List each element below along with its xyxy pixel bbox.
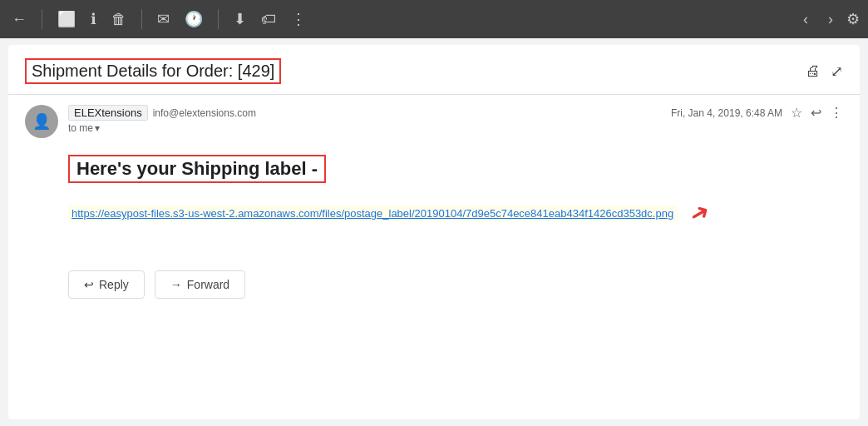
more-sender-icon[interactable]: ⋮ — [830, 105, 843, 121]
delete-icon[interactable]: 🗑 — [108, 7, 130, 32]
star-icon[interactable]: ☆ — [791, 105, 802, 121]
report-icon[interactable]: ℹ — [87, 7, 100, 32]
avatar-icon: 👤 — [32, 112, 51, 131]
chevron-down-icon[interactable]: ▾ — [95, 122, 100, 134]
subject-text: Shipment Details for Order: [429] — [25, 58, 281, 84]
reply-label: Reply — [99, 278, 129, 291]
sender-name-row: ELEXtensions info@elextensions.com — [68, 105, 661, 121]
toolbar-divider-3 — [218, 9, 219, 29]
toolbar-right: ‹ › ⚙ — [796, 7, 860, 32]
shipping-label-link[interactable]: https://easypost-files.s3-us-west-2.amaz… — [68, 206, 677, 221]
back-icon[interactable]: ← — [8, 7, 30, 32]
email-icon[interactable]: ✉ — [154, 7, 173, 32]
toolbar-left: ← ⬜ ℹ 🗑 ✉ 🕐 ⬇ 🏷 ⋮ — [8, 7, 309, 32]
external-link-icon[interactable]: ⤢ — [831, 62, 843, 81]
action-buttons: ↩ Reply → Forward — [8, 264, 860, 305]
email-body: Here's your Shipping label - https://eas… — [8, 148, 860, 264]
more-toolbar-icon[interactable]: ⋮ — [288, 7, 309, 32]
toolbar-divider-2 — [141, 9, 142, 29]
sender-meta-right: Fri, Jan 4, 2019, 6:48 AM ☆ ↩ ⋮ — [671, 105, 843, 121]
sender-row: 👤 ELEXtensions info@elextensions.com to … — [8, 95, 860, 148]
forward-icon: → — [170, 278, 182, 291]
archive-icon[interactable]: ⬜ — [54, 7, 79, 32]
subject-row: Shipment Details for Order: [429] 🖨 ⤢ — [8, 45, 860, 95]
toolbar: ← ⬜ ℹ 🗑 ✉ 🕐 ⬇ 🏷 ⋮ ‹ › ⚙ — [0, 0, 868, 38]
nav-next-button[interactable]: › — [821, 7, 840, 32]
email-container: Shipment Details for Order: [429] 🖨 ⤢ 👤 … — [8, 45, 860, 419]
download-icon[interactable]: ⬇ — [230, 7, 249, 32]
subject-actions: 🖨 ⤢ — [806, 62, 843, 81]
nav-prev-button[interactable]: ‹ — [796, 7, 815, 32]
print-icon[interactable]: 🖨 — [806, 62, 821, 80]
label-icon[interactable]: 🏷 — [258, 7, 279, 32]
sender-to: to me ▾ — [68, 122, 661, 134]
forward-button[interactable]: → Forward — [155, 270, 245, 299]
timestamp: Fri, Jan 4, 2019, 6:48 AM — [671, 107, 782, 119]
sender-info: ELEXtensions info@elextensions.com to me… — [68, 105, 661, 134]
clock-icon[interactable]: 🕐 — [181, 7, 206, 32]
reply-icon: ↩ — [84, 278, 94, 291]
reply-header-icon[interactable]: ↩ — [811, 105, 821, 121]
forward-label: Forward — [187, 278, 229, 291]
settings-icon[interactable]: ⚙ — [846, 10, 860, 28]
toolbar-divider-1 — [42, 9, 42, 29]
avatar: 👤 — [25, 105, 58, 138]
label-link-row: https://easypost-files.s3-us-west-2.amaz… — [68, 200, 843, 227]
sender-name-badge: ELEXtensions — [68, 105, 148, 121]
sender-email: info@elextensions.com — [153, 107, 256, 119]
reply-button[interactable]: ↩ Reply — [68, 270, 145, 299]
email-heading: Here's your Shipping label - — [68, 155, 326, 183]
arrow-indicator: ➜ — [684, 196, 714, 230]
